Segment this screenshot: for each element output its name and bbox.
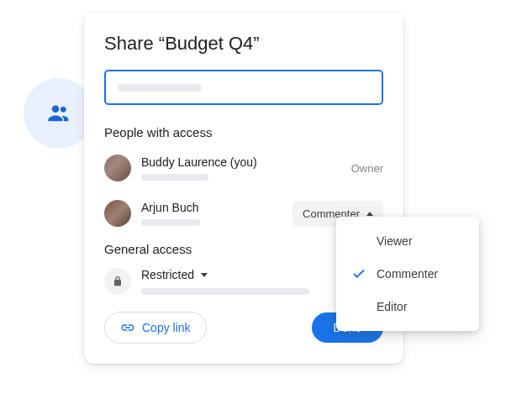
general-mode-label: Restricted	[141, 268, 194, 281]
avatar	[104, 200, 131, 227]
general-description-ghost	[141, 288, 309, 295]
dropdown-item-label: Commenter	[377, 267, 438, 281]
person-email-ghost	[141, 174, 208, 181]
people-with-access-label: People with access	[104, 125, 383, 139]
chevron-down-icon	[201, 273, 208, 277]
dialog-title: Share “Budget Q4”	[104, 33, 383, 55]
lock-icon	[111, 275, 124, 288]
person-name: Arjun Buch	[141, 201, 292, 214]
svg-point-1	[61, 107, 66, 113]
people-icon	[45, 100, 72, 127]
role-dropdown-menu: Viewer Commenter Editor	[336, 217, 479, 331]
dropdown-item-label: Viewer	[377, 234, 413, 248]
person-email-ghost	[141, 219, 200, 226]
access-row-owner: Buddy Laurence (you) Owner	[104, 151, 383, 185]
dropdown-item-label: Editor	[377, 300, 408, 313]
svg-point-0	[52, 105, 60, 113]
dropdown-item-editor[interactable]: Editor	[336, 291, 479, 323]
person-name: Buddy Laurence (you)	[141, 155, 351, 169]
general-info: Restricted	[141, 268, 309, 295]
copy-link-label: Copy link	[142, 321, 191, 334]
person-info: Buddy Laurence (you)	[141, 155, 351, 181]
check-icon	[351, 266, 366, 281]
dropdown-item-viewer[interactable]: Viewer	[336, 225, 479, 257]
copy-link-button[interactable]: Copy link	[104, 312, 207, 344]
check-slot	[351, 266, 366, 281]
general-mode-dropdown[interactable]: Restricted	[141, 268, 309, 281]
chevron-up-icon	[366, 212, 373, 216]
role-owner-label: Owner	[351, 162, 383, 175]
add-people-input[interactable]	[104, 70, 383, 105]
input-placeholder-ghost	[118, 84, 202, 92]
person-info: Arjun Buch	[141, 201, 292, 226]
dropdown-item-commenter[interactable]: Commenter	[336, 257, 479, 291]
avatar	[104, 155, 131, 181]
lock-badge	[104, 268, 131, 295]
link-icon	[120, 320, 135, 335]
